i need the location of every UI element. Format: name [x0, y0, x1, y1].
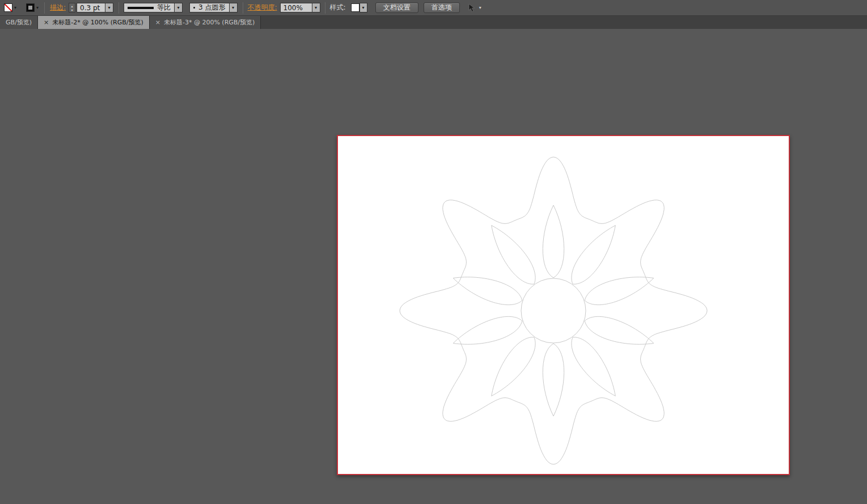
- round-brush-icon: [193, 7, 195, 9]
- chevron-down-icon: ▾: [108, 5, 111, 10]
- tab-label: GB/预览): [6, 18, 32, 27]
- stepper-up-icon[interactable]: ▴: [71, 4, 73, 8]
- artboard[interactable]: [337, 135, 790, 475]
- tab-label: 未标题-2* @ 100% (RGB/预览): [52, 18, 143, 27]
- document-tab-partial[interactable]: GB/预览): [0, 16, 38, 29]
- graphic-style-swatch[interactable]: [351, 3, 360, 12]
- chevron-down-icon: ▾: [177, 5, 180, 10]
- stroke-weight-dropdown-button[interactable]: ▾: [105, 3, 113, 12]
- petal-path[interactable]: [453, 277, 522, 305]
- width-profile-dropdown-button[interactable]: ▾: [175, 3, 183, 12]
- opacity-dropdown-button[interactable]: ▾: [312, 3, 320, 12]
- outer-star-path[interactable]: [400, 157, 707, 464]
- opacity-field[interactable]: 100%: [280, 3, 312, 12]
- separator: [243, 2, 243, 14]
- tab-label: 未标题-3* @ 200% (RGB/预览): [164, 18, 255, 27]
- style-label: 样式:: [330, 3, 346, 12]
- preferences-button[interactable]: 首选项: [424, 2, 460, 13]
- uniform-width-profile-icon: [128, 7, 154, 9]
- chevron-down-icon: ▾: [315, 5, 317, 10]
- width-profile-value: 等比: [157, 3, 171, 12]
- petal-path[interactable]: [492, 337, 535, 396]
- control-bar: ▾ ▾ 描边: ▴▾ 0.3 pt ▾ 等比 ▾ 3 点圆形 ▾ 不透明度: 1…: [0, 0, 867, 16]
- stroke-panel-link[interactable]: 描边:: [50, 3, 66, 12]
- petal-path[interactable]: [543, 344, 564, 416]
- stroke-color-swatch[interactable]: [26, 3, 35, 12]
- selection-options-icon[interactable]: [467, 4, 476, 12]
- petal-path[interactable]: [572, 337, 615, 396]
- stroke-weight-stepper[interactable]: ▴▾: [69, 3, 75, 12]
- brush-definition-value: 3 点圆形: [198, 3, 225, 12]
- petal-path[interactable]: [585, 316, 654, 344]
- petal-path[interactable]: [543, 205, 564, 278]
- separator: [44, 2, 45, 14]
- opacity-panel-link[interactable]: 不透明度:: [248, 3, 277, 12]
- petal-path[interactable]: [572, 226, 615, 285]
- petal-path[interactable]: [492, 226, 535, 285]
- close-icon[interactable]: ×: [155, 19, 160, 26]
- stroke-weight-field[interactable]: 0.3 pt: [77, 3, 105, 12]
- document-tab-bar: GB/预览) × 未标题-2* @ 100% (RGB/预览) × 未标题-3*…: [0, 16, 867, 29]
- document-tab-untitled-2[interactable]: × 未标题-2* @ 100% (RGB/预览): [38, 16, 150, 29]
- close-icon[interactable]: ×: [44, 19, 49, 26]
- document-tab-untitled-3[interactable]: × 未标题-3* @ 200% (RGB/预览): [150, 16, 261, 29]
- panel-menu-dropdown-icon[interactable]: ▾: [479, 6, 481, 10]
- width-profile-select[interactable]: 等比: [124, 3, 175, 12]
- graphic-style-dropdown-button[interactable]: ▾: [360, 3, 367, 12]
- chevron-down-icon: ▾: [362, 5, 365, 10]
- separator: [119, 2, 119, 14]
- fill-color-swatch[interactable]: [4, 3, 12, 12]
- petal-path[interactable]: [453, 316, 522, 344]
- brush-definition-dropdown-button[interactable]: ▾: [230, 3, 238, 12]
- stroke-swatch-dropdown-icon[interactable]: ▾: [36, 6, 39, 10]
- canvas-area[interactable]: [0, 29, 867, 504]
- fill-swatch-dropdown-icon[interactable]: ▾: [14, 6, 16, 10]
- petal-path[interactable]: [585, 277, 654, 305]
- center-circle-path[interactable]: [521, 278, 586, 343]
- chevron-down-icon: ▾: [232, 5, 234, 10]
- flower-artwork: [338, 136, 789, 474]
- document-setup-button[interactable]: 文档设置: [375, 2, 418, 13]
- stepper-down-icon[interactable]: ▾: [71, 8, 73, 12]
- tab-bar-filler: [261, 16, 867, 29]
- separator: [325, 2, 325, 14]
- brush-definition-select[interactable]: 3 点圆形: [189, 3, 229, 12]
- illustrator-app: ▾ ▾ 描边: ▴▾ 0.3 pt ▾ 等比 ▾ 3 点圆形 ▾ 不透明度: 1…: [0, 0, 867, 504]
